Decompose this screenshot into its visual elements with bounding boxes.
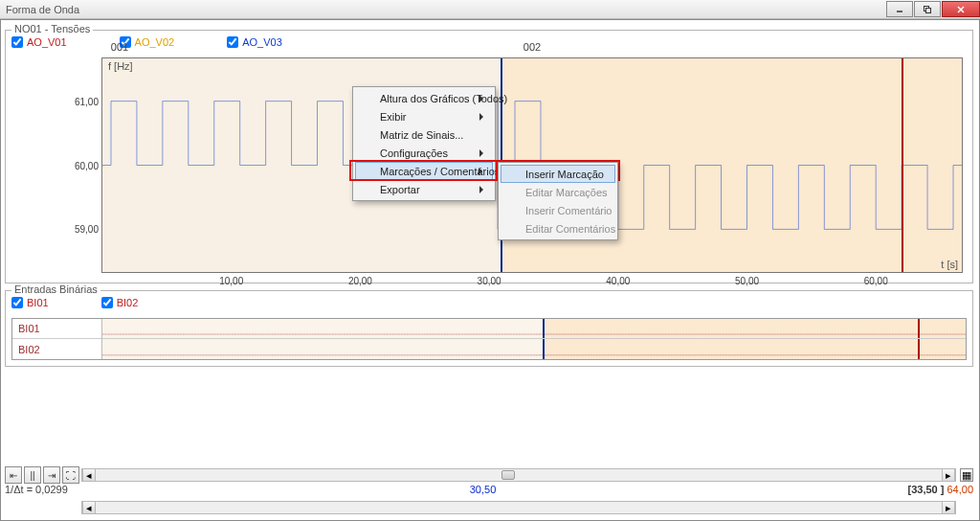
time-scrollbar-bottom[interactable]: ◂ ▸ <box>81 501 956 514</box>
time-scrollbar-top[interactable]: ◂ ▸ <box>81 468 956 482</box>
window-titlebar: Forma de Onda <box>0 0 980 19</box>
ytick: 61,00 <box>75 96 99 106</box>
toolbtn-end[interactable]: ▦ <box>960 468 973 482</box>
marker-001: 001 <box>111 41 128 53</box>
ytick: 60,00 <box>75 160 99 170</box>
signal-bi02-check[interactable] <box>101 297 113 308</box>
right-time-readout: 64,00 <box>947 484 973 495</box>
menu-altura-graficos[interactable]: Altura dos Gráficos (Todos) <box>355 89 493 107</box>
signal-ao-v01-check[interactable] <box>11 36 23 48</box>
cursor-center-readout: 30,50 <box>470 484 497 495</box>
signal-bi01[interactable]: BI01 <box>11 297 49 308</box>
signal-bi01-check[interactable] <box>11 297 23 308</box>
xtick: 40,00 <box>606 276 630 286</box>
submenu-editar-marcacoes[interactable]: Editar Marcações <box>501 183 615 201</box>
ytick: 59,00 <box>75 224 99 235</box>
xtick: 50,00 <box>735 276 759 286</box>
bracket-readout: [33,50 ] <box>907 484 944 495</box>
submenu-inserir-marcacao[interactable]: Inserir Marcação <box>501 165 615 183</box>
marker-002: 002 <box>523 41 541 53</box>
minimize-button[interactable] <box>886 1 913 17</box>
menu-matriz-sinais[interactable]: Matriz de Sinais... <box>355 125 493 144</box>
submenu-editar-comentarios[interactable]: Editar Comentários <box>501 219 615 238</box>
signal-ao-v03-check[interactable] <box>227 36 238 48</box>
time-cursor-2[interactable] <box>902 58 903 272</box>
svg-rect-2 <box>926 8 931 12</box>
binary-chart[interactable]: BI01 BI02 <box>11 318 967 360</box>
binary-row-label: BI01 <box>12 319 102 339</box>
signal-bi02[interactable]: BI02 <box>101 297 139 308</box>
delta-t-readout: 1/Δt = 0,0299 <box>5 484 68 495</box>
context-submenu[interactable]: Inserir Marcação Editar Marcações Inseri… <box>498 162 618 240</box>
bottom-controls: ⇤ || ⇥ ⛶ ◂ ▸ ▦ 1/Δt = 0,0299 30,50 [33,5… <box>5 466 973 516</box>
xtick: 20,00 <box>348 276 372 286</box>
window-title: Forma de Onda <box>6 4 79 15</box>
group-tensoes-title: NO01 - Tensões <box>11 23 93 34</box>
scroll-right-icon[interactable]: ▸ <box>942 469 955 481</box>
context-menu[interactable]: Altura dos Gráficos (Todos) Exibir Matri… <box>352 86 496 201</box>
toolbtn-cursor-right[interactable]: ⇥ <box>43 466 60 484</box>
menu-configuracoes[interactable]: Configurações <box>355 144 493 162</box>
binary-track-1 <box>102 319 966 339</box>
signal-checkbox-row: AO_V01 AO_V02 AO_V03 <box>11 36 282 48</box>
group-binarias: Entradas Binárias BI01 BI02 BI01 BI02 <box>5 290 973 367</box>
group-binarias-title: Entradas Binárias <box>11 283 100 295</box>
toolbtn-zoom-fit[interactable]: ⛶ <box>62 466 79 484</box>
signal-ao-v01[interactable]: AO_V01 <box>11 36 67 48</box>
scroll-thumb[interactable] <box>501 470 515 480</box>
binary-track-2 <box>102 339 966 359</box>
menu-exportar[interactable]: Exportar <box>355 180 493 198</box>
scroll-left-icon[interactable]: ◂ <box>82 469 96 481</box>
toolbtn-cursor-left[interactable]: ⇤ <box>5 466 22 484</box>
menu-exibir[interactable]: Exibir <box>355 107 493 125</box>
close-button[interactable] <box>942 1 980 17</box>
binary-row-label: BI02 <box>12 339 102 359</box>
signal-ao-v03[interactable]: AO_V03 <box>227 36 282 48</box>
xtick: 60,00 <box>864 276 888 286</box>
binary-checkbox-row: BI01 BI02 <box>11 297 138 308</box>
submenu-inserir-comentario[interactable]: Inserir Comentário <box>501 201 615 219</box>
maximize-button[interactable] <box>914 1 941 17</box>
time-readout-row: 1/Δt = 0,0299 30,50 [33,50 ] 64,00 <box>5 484 973 497</box>
scroll-right-icon[interactable]: ▸ <box>942 502 955 513</box>
scroll-left-icon[interactable]: ◂ <box>82 502 96 513</box>
toolbtn-cursor-both[interactable]: || <box>24 466 41 484</box>
xtick: 10,00 <box>219 276 243 286</box>
menu-marcacoes-comentarios[interactable]: Marcações / Comentários <box>355 162 493 180</box>
xtick: 30,00 <box>478 276 501 286</box>
